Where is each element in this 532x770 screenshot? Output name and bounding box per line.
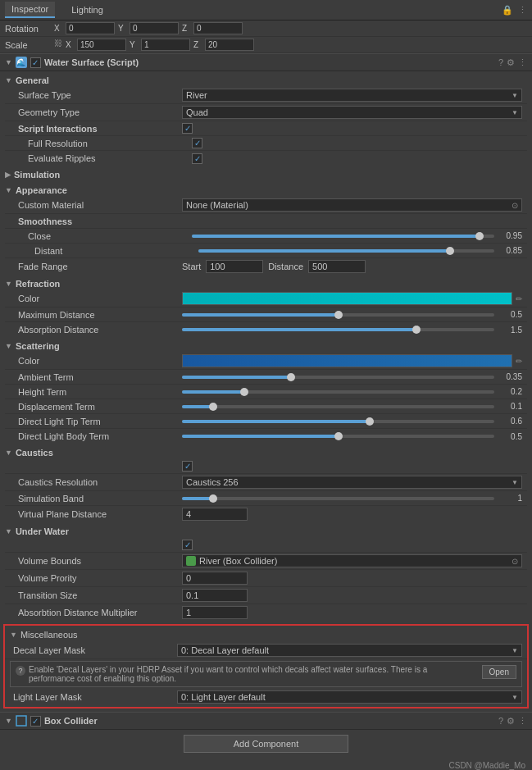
ambient-term-label: Ambient Term	[18, 372, 182, 382]
distant-fill	[198, 249, 450, 253]
direct-light-tip-slider[interactable]: 0.6	[182, 417, 522, 426]
box-collider-menu-icon[interactable]: ⋮	[518, 716, 527, 727]
transition-size-value	[182, 589, 522, 602]
simulation-band-track	[182, 497, 494, 500]
max-distance-fill	[182, 313, 339, 317]
scale-x-input[interactable]	[77, 39, 126, 51]
distant-slider-value: 0.85	[498, 246, 522, 255]
script-interactions-checkbox[interactable]: ✓	[182, 123, 193, 134]
geometry-type-value: Quad ▼	[182, 106, 522, 119]
miscellaneous-section-header[interactable]: ▼ Miscellaneous	[5, 627, 527, 642]
under-water-section: ▼ Under Water ✓ Volume Bounds River (Box…	[0, 522, 532, 621]
distant-slider[interactable]: 0.85	[198, 246, 522, 255]
ambient-term-row: Ambient Term 0.35	[5, 370, 527, 385]
under-water-section-header[interactable]: ▼ Under Water	[5, 524, 527, 538]
direct-light-body-row: Direct Light Body Term 0.5	[5, 429, 527, 444]
max-distance-slider[interactable]: 0.5	[182, 310, 522, 319]
displacement-term-slider-value: 0.1	[498, 402, 522, 411]
caustics-resolution-row: Caustics Resolution Caustics 256 ▼	[5, 474, 527, 491]
caustics-enable-row: ✓	[5, 459, 527, 474]
under-water-enable-checkbox[interactable]: ✓	[182, 540, 193, 550]
decal-info-text: Enable 'Decal Layers' in your HDRP Asset…	[29, 665, 472, 683]
help-icon[interactable]: ?	[498, 57, 503, 67]
surface-type-dropdown[interactable]: River ▼	[182, 89, 522, 102]
general-section-header[interactable]: ▼ General	[5, 73, 527, 87]
evaluate-ripples-checkbox[interactable]: ✓	[192, 153, 202, 164]
transition-size-input[interactable]	[182, 589, 248, 602]
box-collider-checkbox[interactable]: ✓	[30, 716, 41, 727]
fade-distance-input[interactable]	[308, 260, 366, 273]
direct-light-tip-thumb[interactable]	[366, 417, 374, 426]
fold-arrow[interactable]: ▼	[5, 58, 12, 66]
open-button[interactable]: Open	[482, 665, 516, 679]
ambient-term-thumb[interactable]	[287, 373, 295, 381]
absorption-dist-mult-input[interactable]	[182, 606, 248, 619]
close-thumb[interactable]	[475, 232, 484, 240]
decal-layer-dropdown[interactable]: 0: Decal Layer default ▼	[177, 644, 522, 657]
caustics-section-header[interactable]: ▼ Caustics	[5, 445, 527, 459]
lock-icon[interactable]: 🔒	[502, 5, 513, 16]
box-collider-title: Box Collider	[44, 716, 495, 726]
tab-lighting[interactable]: Lighting	[65, 2, 110, 17]
scale-z-input[interactable]	[205, 39, 254, 51]
displacement-term-thumb[interactable]	[209, 403, 217, 411]
fade-start-input[interactable]	[206, 260, 263, 273]
add-component-button[interactable]: Add Component	[184, 735, 349, 753]
max-distance-thumb[interactable]	[334, 311, 343, 319]
context-menu-icon[interactable]: ⋮	[518, 57, 527, 68]
settings-icon[interactable]: ⚙	[507, 57, 515, 68]
simulation-band-slider[interactable]: 1	[182, 494, 522, 503]
water-surface-checkbox[interactable]: ✓	[30, 57, 41, 68]
geometry-type-dropdown[interactable]: Quad ▼	[182, 106, 522, 119]
displacement-term-slider[interactable]: 0.1	[182, 402, 522, 411]
tab-inspector[interactable]: Inspector	[5, 2, 55, 18]
scattering-color-edit-icon[interactable]: ✏	[516, 357, 522, 366]
refraction-color-field[interactable]	[182, 292, 512, 305]
menu-icon[interactable]: ⋮	[518, 5, 527, 16]
caustics-arrow: ▼	[5, 449, 12, 457]
scattering-color-value: ✏	[182, 354, 522, 367]
height-term-thumb[interactable]	[240, 388, 248, 396]
scattering-section-header[interactable]: ▼ Scattering	[5, 339, 527, 353]
rotation-z-input[interactable]	[193, 22, 243, 34]
simulation-section-header[interactable]: ▶ Simulation	[5, 167, 527, 181]
light-layer-dropdown[interactable]: 0: Light Layer default ▼	[177, 690, 522, 704]
simulation-arrow: ▶	[5, 171, 11, 179]
absorption-distance-value: 1.5	[182, 326, 522, 335]
simulation-band-label: Simulation Band	[18, 494, 182, 503]
volume-priority-input[interactable]	[182, 572, 248, 585]
volume-bounds-value: River (Box Collider) ⊙	[182, 554, 522, 567]
caustics-resolution-dropdown[interactable]: Caustics 256 ▼	[182, 476, 522, 489]
direct-light-body-slider[interactable]: 0.5	[182, 432, 522, 441]
scattering-color-field[interactable]	[182, 354, 512, 367]
box-collider-help-icon[interactable]: ?	[498, 716, 503, 726]
virtual-plane-input[interactable]	[182, 508, 248, 521]
ambient-term-slider[interactable]: 0.35	[182, 372, 522, 381]
fade-distance-label: Distance	[268, 262, 303, 271]
custom-material-field[interactable]: None (Material) ⊙	[182, 198, 522, 212]
simulation-band-row: Simulation Band 1	[5, 491, 527, 506]
volume-bounds-field[interactable]: River (Box Collider) ⊙	[182, 554, 522, 567]
direct-light-tip-track	[182, 420, 494, 423]
distant-thumb[interactable]	[446, 247, 454, 255]
close-slider[interactable]: 0.95	[192, 231, 522, 240]
direct-light-body-thumb[interactable]	[334, 432, 343, 440]
appearance-section-header[interactable]: ▼ Appearance	[5, 183, 527, 197]
rotation-x-input[interactable]	[66, 22, 115, 34]
simulation-band-thumb[interactable]	[209, 494, 217, 503]
refraction-color-edit-icon[interactable]: ✏	[516, 294, 522, 303]
scale-y-input[interactable]	[141, 39, 190, 51]
caustics-enable-checkbox[interactable]: ✓	[182, 461, 193, 472]
box-collider-settings-icon[interactable]: ⚙	[507, 716, 515, 727]
refraction-section-header[interactable]: ▼ Refraction	[5, 276, 527, 290]
absorption-distance-slider[interactable]: 1.5	[182, 326, 522, 335]
displacement-term-label: Displacement Term	[18, 402, 182, 412]
refraction-label: Refraction	[16, 279, 60, 289]
absorption-distance-thumb[interactable]	[412, 326, 421, 334]
full-resolution-checkbox[interactable]: ✓	[192, 138, 202, 148]
rotation-y-input[interactable]	[130, 22, 179, 34]
ambient-term-track	[182, 376, 494, 379]
box-collider-fold-arrow[interactable]: ▼	[5, 717, 12, 725]
simulation-band-value: 1	[182, 494, 522, 503]
height-term-slider[interactable]: 0.2	[182, 387, 522, 396]
